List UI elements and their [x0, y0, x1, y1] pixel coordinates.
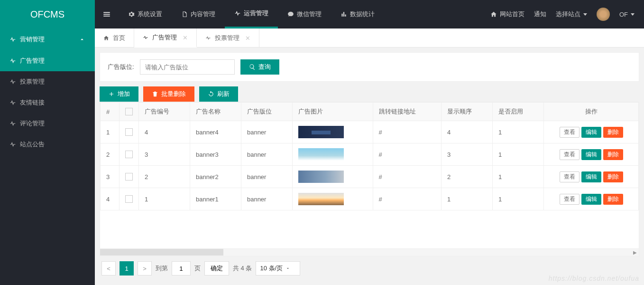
cell-order: 3: [442, 143, 493, 166]
sidebar-item-comments[interactable]: 评论管理: [0, 113, 95, 134]
notice-link[interactable]: 通知: [534, 10, 546, 19]
delete-button[interactable]: 删除: [603, 149, 623, 160]
refresh-button[interactable]: 刷新: [199, 86, 238, 102]
topnav-label: 数据统计: [350, 10, 375, 19]
tab-home[interactable]: 首页: [95, 28, 134, 48]
scrollbar-thumb[interactable]: [100, 249, 223, 256]
topnav-item-data-stats[interactable]: 数据统计: [331, 0, 384, 28]
pulse-icon: [143, 35, 148, 40]
pulse-icon: [9, 120, 16, 127]
page-1-button[interactable]: 1: [120, 261, 134, 276]
sidebar-item-vote[interactable]: 投票管理: [0, 71, 95, 92]
close-icon[interactable]: ✕: [183, 34, 188, 41]
goto-label: 到第: [156, 264, 168, 273]
goto-page-input[interactable]: [172, 261, 191, 276]
cell-check: [120, 143, 139, 166]
col-enabled: 是否启用: [492, 103, 543, 121]
topnav-label: 系统设置: [138, 10, 162, 19]
pulse-icon: [9, 141, 16, 148]
batch-delete-button[interactable]: 批量删除: [143, 86, 194, 102]
filter-bar: 广告版位: 查询: [100, 52, 639, 82]
menu-toggle-icon[interactable]: [95, 0, 119, 28]
home-icon: [490, 11, 497, 18]
sidebar-item-label: 站点公告: [20, 140, 45, 149]
view-button[interactable]: 查看: [560, 194, 580, 205]
ad-thumbnail[interactable]: [298, 126, 344, 138]
avatar[interactable]: [597, 8, 610, 21]
cell-order: 1: [442, 188, 493, 210]
trash-icon: [152, 91, 158, 97]
refresh-icon: [208, 91, 214, 97]
col-actions: 操作: [544, 103, 639, 121]
row-checkbox[interactable]: [125, 151, 133, 158]
cell-ad-no: 4: [139, 121, 190, 143]
cell-ad-name: banner1: [190, 188, 241, 210]
scroll-right-icon[interactable]: ▶: [631, 249, 639, 256]
query-button[interactable]: 查询: [240, 59, 279, 75]
plus-icon: [108, 91, 115, 97]
cell-enabled: 1: [492, 121, 543, 143]
cell-ad-name: banner3: [190, 143, 241, 166]
prev-page-button[interactable]: <: [101, 261, 116, 276]
sidebar-item-label: 友情链接: [20, 98, 45, 107]
topnav-item-wechat[interactable]: 微信管理: [278, 0, 331, 28]
select-site-dropdown[interactable]: 选择站点: [556, 10, 587, 19]
site-home-link[interactable]: 网站首页: [490, 10, 524, 19]
ad-thumbnail[interactable]: [298, 193, 344, 205]
close-icon[interactable]: ✕: [245, 35, 250, 42]
user-dropdown[interactable]: OF: [619, 11, 635, 18]
topnav-item-operations[interactable]: 运营管理: [225, 0, 278, 28]
view-button[interactable]: 查看: [560, 127, 580, 138]
topnav-item-content-mgmt[interactable]: 内容管理: [172, 0, 225, 28]
topnav-item-system-settings[interactable]: 系统设置: [119, 0, 172, 28]
delete-button[interactable]: 删除: [603, 171, 623, 182]
sidebar-item-ads[interactable]: 广告管理: [0, 50, 95, 71]
cell-ad-slot: banner: [241, 143, 292, 166]
cell-ad-img: [292, 121, 373, 143]
bars-icon: [340, 11, 347, 18]
col-ad-name: 广告名称: [190, 103, 241, 121]
sidebar-item-announce[interactable]: 站点公告: [0, 134, 95, 155]
brand-logo[interactable]: OFCMS: [0, 0, 95, 28]
select-all-checkbox[interactable]: [125, 108, 133, 115]
tab-ads[interactable]: 广告管理 ✕: [134, 28, 197, 48]
cell-ad-img: [292, 188, 373, 210]
cell-idx: 3: [101, 166, 120, 188]
edit-button[interactable]: 编辑: [581, 171, 601, 182]
col-check: [120, 103, 139, 121]
row-checkbox[interactable]: [125, 128, 133, 136]
col-ad-no: 广告编号: [139, 103, 190, 121]
sidebar-group-marketing[interactable]: 营销管理: [0, 28, 95, 50]
cell-ad-slot: banner: [241, 188, 292, 210]
row-checkbox[interactable]: [125, 195, 133, 203]
ads-table: # 广告编号 广告名称 广告版位 广告图片 跳转链接地址 显示顺序 是否启用 操…: [100, 102, 639, 210]
toolbar: 增加 批量删除 刷新: [100, 86, 639, 102]
col-ad-img: 广告图片: [292, 103, 373, 121]
delete-button[interactable]: 删除: [603, 127, 623, 138]
ad-slot-input[interactable]: [140, 59, 235, 75]
tab-vote[interactable]: 投票管理 ✕: [197, 28, 259, 48]
ad-thumbnail[interactable]: [298, 148, 344, 161]
view-button[interactable]: 查看: [560, 149, 580, 160]
cell-actions: 查看编辑删除: [544, 166, 639, 188]
pulse-icon: [234, 10, 241, 17]
row-checkbox[interactable]: [125, 173, 133, 180]
edit-button[interactable]: 编辑: [581, 127, 601, 138]
edit-button[interactable]: 编辑: [581, 149, 601, 160]
cell-jump-url: #: [373, 121, 441, 143]
add-button[interactable]: 增加: [100, 86, 138, 102]
cell-ad-slot: banner: [241, 166, 292, 188]
delete-button[interactable]: 删除: [603, 194, 623, 205]
view-button[interactable]: 查看: [560, 171, 580, 182]
pagination: < 1 > 到第 页 确定 共 4 条 10 条/页: [100, 256, 639, 280]
per-page-select[interactable]: 10 条/页: [256, 261, 300, 276]
cell-idx: 1: [101, 121, 120, 143]
cell-ad-img: [292, 143, 373, 166]
horizontal-scrollbar[interactable]: ▶: [100, 249, 639, 256]
next-page-button[interactable]: >: [138, 261, 152, 276]
cell-check: [120, 188, 139, 210]
goto-confirm-button[interactable]: 确定: [204, 261, 229, 276]
edit-button[interactable]: 编辑: [581, 194, 601, 205]
sidebar-item-friendlinks[interactable]: 友情链接: [0, 92, 95, 113]
ad-thumbnail[interactable]: [298, 171, 344, 183]
